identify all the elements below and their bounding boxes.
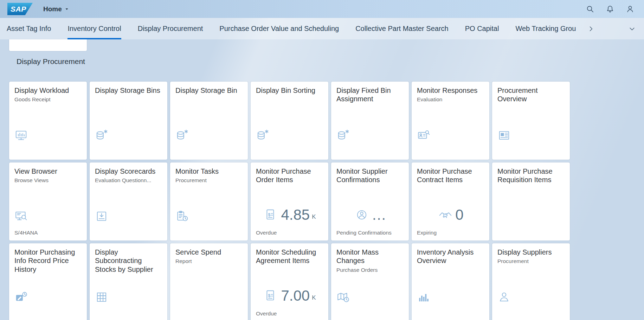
tile[interactable]: Monitor Scheduling Agreement Items $ 7.0… [251,243,328,320]
storage-bin-icon [175,129,189,142]
tile-subtitle: Goods Receipt [14,96,82,103]
tile[interactable]: Display Storage Bin [170,82,248,160]
shell-header: SAP Home [0,0,644,18]
kpi-value: 7.00 [281,288,310,303]
anchor-navigation: Asset Tag InfoInventory ControlDisplay P… [0,18,644,39]
tile-footer: Overdue [256,230,326,236]
tile-footer: Pending Confirmations [336,230,406,236]
tile[interactable]: Monitor Purchase Contract Items 0 Expiri… [412,162,489,241]
tab-purchase-order-value-and-scheduling[interactable]: Purchase Order Value and Scheduling [219,18,339,39]
section-title: Display Procurement [17,57,85,66]
kpi-value: … [372,207,386,222]
tile[interactable]: Service Spend Report [170,243,248,320]
kpi-unit: K [312,213,316,220]
home-menu[interactable]: Home [43,5,69,13]
svg-text:$: $ [268,293,271,298]
bell-icon [606,5,614,13]
tile-title: Procurement Overview [497,86,565,103]
bar-chart-icon [417,290,430,304]
tile[interactable]: Monitor Purchasing Info Record Price His… [9,243,87,320]
caret-down-icon [65,7,69,11]
tile[interactable]: Monitor Purchase Order Items $ 4.85 K Ov… [251,162,328,241]
tile[interactable]: Inventory Analysis Overview [412,243,489,320]
tab-overflow-button[interactable] [587,25,594,32]
expand-header-button[interactable] [629,25,636,32]
sap-logo-text: SAP [11,5,26,13]
sap-logo[interactable]: SAP [7,3,33,15]
chevron-down-icon [629,25,636,32]
tab-label: Display Procurement [138,25,203,33]
tile[interactable]: Display Suppliers Procurement [492,243,570,320]
tile-subtitle: Browse Views [14,177,82,184]
tile[interactable]: Display Workload Goods Receipt [9,82,87,160]
tile[interactable]: Monitor Mass Changes Purchase Orders [331,243,409,320]
edit-clock-icon [14,290,28,304]
svg-text:$: $ [268,212,271,217]
tile[interactable]: Display Scorecards Evaluation Questionn.… [90,162,167,241]
tile[interactable]: Display Fixed Bin Assignment [331,82,409,160]
tile-title: Display Storage Bin [175,86,243,95]
person-icon [497,290,511,304]
tab-inventory-control[interactable]: Inventory Control [67,18,121,39]
tab-collective-part-master-search[interactable]: Collective Part Master Search [355,18,449,39]
tile[interactable]: Display Storage Bins [90,82,167,160]
tile[interactable]: Display Bin Sorting [251,82,328,160]
document-dollar-icon: $ [264,289,278,302]
storage-bin-icon [256,129,269,142]
tile[interactable]: Monitor Purchase Requisition Items [492,162,570,241]
tile-title: Display Scorecards [95,167,162,175]
shell-actions [586,5,634,13]
tile-subtitle: Report [175,258,243,264]
grid-icon [95,290,108,304]
tile-title: Display Suppliers [497,248,565,256]
tile-kpi: … [335,207,406,222]
tile-title: Monitor Supplier Confirmations [336,167,404,184]
fiori-launchpad: SAP Home [0,0,644,320]
tab-asset-tag-info[interactable]: Asset Tag Info [7,18,51,39]
tile-title: Display Bin Sorting [256,86,323,95]
tile-footer: S/4HANA [14,230,84,236]
tile[interactable]: Monitor Responses Evaluation [412,82,489,160]
card-search-icon [417,129,430,142]
tab-label: Web Tracking Grou [515,25,576,33]
tile[interactable]: View Browser Browse Views S/4HANA [9,162,87,241]
tab-display-procurement[interactable]: Display Procurement [138,18,203,39]
tab-strip: Asset Tag InfoInventory ControlDisplay P… [7,18,592,39]
map-clock-icon [336,290,350,304]
profile-button[interactable] [626,5,634,13]
tab-web-tracking-grou[interactable]: Web Tracking Grou [515,18,576,39]
tab-label: Collective Part Master Search [355,25,449,33]
tile-title: Display Fixed Bin Assignment [336,86,404,103]
tile-footer: Expiring [417,230,487,236]
page-title: Home [43,5,62,13]
tile[interactable]: Procurement Overview [492,82,570,160]
kpi-value: 4.85 [281,207,310,222]
person-circle-icon [355,208,368,222]
tile[interactable]: Monitor Tasks Procurement [170,162,248,241]
tile-title: Monitor Purchase Requisition Items [497,167,565,184]
tile-title: Display Subcontracting Stocks by Supplie… [95,248,162,274]
storage-bin-icon [95,129,108,142]
tile-subtitle: Procurement [497,258,565,264]
tile-kpi: $ 7.00 K [255,288,326,303]
kpi-value: 0 [455,207,463,222]
screen-search-icon [14,210,28,223]
tile-title: Monitor Scheduling Agreement Items [256,248,323,265]
notifications-button[interactable] [606,5,614,13]
handshake-icon [439,208,452,222]
monitor-chart-icon [14,129,28,142]
archive-arrow-icon [95,210,108,223]
clipboard-clock-icon [175,210,189,223]
tile[interactable]: Monitor Supplier Confirmations … Pending… [331,162,409,241]
tab-label: Asset Tag Info [7,25,51,33]
tile-title: Monitor Tasks [175,167,243,175]
search-button[interactable] [586,5,594,13]
tab-po-capital[interactable]: PO Capital [465,18,499,39]
tile-footer: Overdue [256,311,326,317]
partial-tile[interactable] [9,39,87,51]
search-icon [586,5,594,13]
tile-title: Display Workload [14,86,82,95]
tab-label: Purchase Order Value and Scheduling [219,25,339,33]
tile[interactable]: Display Subcontracting Stocks by Supplie… [90,243,167,320]
tile-title: Monitor Purchase Order Items [256,167,323,184]
